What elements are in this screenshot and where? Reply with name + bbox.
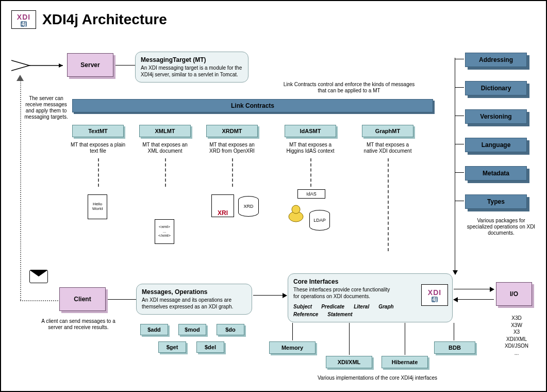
client-box: Client [59,287,106,311]
mt-desc: An XDI messaging target is a module for … [141,65,243,78]
connector [108,299,136,300]
messages-desc: An XDI message and its operations are th… [142,297,246,310]
impl-bdb: BDB [434,341,475,354]
connector [455,201,464,201]
mt-text-desc: MT that exposes a plain text file [70,142,126,154]
pkg-versioning: Versioning [465,109,527,124]
mt-idas: IdASMT [285,125,336,137]
higgins-logo-icon [287,202,305,223]
svg-marker-4 [16,75,24,81]
openxri-logo-icon: XRI [211,194,234,217]
server-note: The server can receive messages and appl… [22,95,71,120]
svg-point-3 [292,205,300,214]
mt-text: TextMT [72,125,124,137]
page-title: XDI4j Architecture [42,11,167,28]
io-label: I/O [510,290,518,298]
arrowhead-up-icon [16,75,24,82]
dash-icon [165,158,166,187]
connector [253,295,287,296]
connector [455,116,464,116]
link-contracts-bar: Link Contracts [72,99,433,112]
term-subject: Subject [293,304,312,309]
term-literal: Literal [354,304,369,309]
idas-box: IdAS [297,189,325,199]
connector [455,172,464,173]
envelope-icon [29,270,48,283]
connector [454,299,494,300]
term-reference: Reference [293,312,318,317]
messaging-target-panel: MessagingTarget (MT) An XDI messaging ta… [135,52,248,83]
dotted-path-icon [20,78,21,300]
packages-arrow-icon [455,58,455,274]
mt-xml-desc: MT that exposes an XML document [137,142,193,154]
messages-title: Messages, Operations [142,288,246,296]
op-del: $del [196,341,224,353]
mt-graph-desc: MT that exposes a native XDI document [359,142,416,154]
hello-doc-icon: Hello World [88,194,107,219]
server-box: Server [67,53,113,77]
mt-xrd: XRDMT [206,125,258,137]
core-panel: Core Interfaces These interfaces provide… [288,273,453,322]
dash-icon [388,158,389,251]
impl-memory: Memory [269,341,316,354]
connector [405,323,405,355]
dash-icon [98,158,99,187]
io-formats: X3D X3W X3 XDI/XML XDI/JSON ... [496,315,537,356]
term-graph: Graph [378,304,393,309]
io-box: I/O [496,282,532,306]
xdi4j-logo-small-icon: XDI4j [421,284,448,306]
dash-icon [310,158,311,187]
op-do: $do [217,324,244,335]
mt-graph: GraphMT [362,125,413,137]
impls-note: Various implementations of the core XDI4… [305,375,450,381]
dash-icon [232,158,233,187]
client-note: A client can send messages to a server a… [35,318,122,331]
connector [455,144,464,144]
mt-xrd-desc: MT that exposes an XRD from OpenXRI [204,142,260,154]
connector [349,323,350,355]
op-mod: $mod [178,324,206,335]
packages-note: Various packages for specialized operati… [465,218,537,236]
client-label: Client [74,296,91,303]
link-contracts-label: Link Contracts [231,102,274,109]
xml-doc-icon: <xml>...</xml> [155,219,174,244]
server-label: Server [80,61,100,69]
mt-xml: XMLMT [139,125,191,137]
impl-xdixml: XDI/XML [326,356,372,368]
diagram-frame: XDI4j XDI4j Architecture Server The serv… [0,0,547,392]
impl-hibernate: Hibernate [382,356,428,368]
pkg-metadata: Metadata [465,166,527,181]
xrd-db-icon: XRD [238,196,259,217]
messages-panel: Messages, Operations An XDI message and … [136,284,252,315]
op-add: $add [140,324,168,335]
connector [292,323,293,340]
pkg-addressing: Addressing [465,53,527,67]
pkg-language: Language [465,138,527,152]
connector [455,87,464,88]
svg-marker-1 [59,63,63,68]
mt-title: MessagingTarget (MT) [141,56,243,63]
term-predicate: Predicate [321,304,344,309]
connector [455,59,464,59]
mt-idas-desc: MT that exposes a Higgins IdAS context [282,142,339,154]
core-desc: These interfaces provide core functional… [293,287,396,300]
connector [454,323,454,340]
xdi4j-logo-icon: XDI4j [11,10,36,29]
pkg-dictionary: Dictionary [465,81,527,95]
term-statement: Statement [327,312,352,317]
connector [454,289,494,289]
connector [115,65,135,66]
ldap-db-icon: LDAP [309,210,330,231]
link-contracts-note: Link Contracts control and enforce the k… [282,81,416,94]
pkg-types: Types [465,194,527,209]
op-get: $get [158,341,186,353]
